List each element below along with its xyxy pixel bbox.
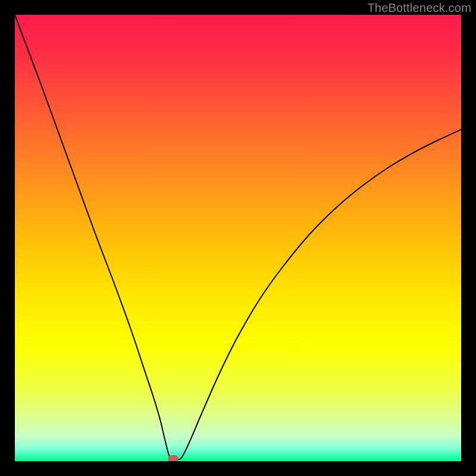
- curve-layer: [15, 15, 461, 461]
- plot-area: [15, 15, 461, 461]
- bottleneck-curve: [15, 15, 461, 460]
- optimal-point-marker: [168, 455, 178, 462]
- watermark-text: TheBottleneck.com: [367, 1, 471, 15]
- chart-frame: TheBottleneck.com: [0, 0, 476, 476]
